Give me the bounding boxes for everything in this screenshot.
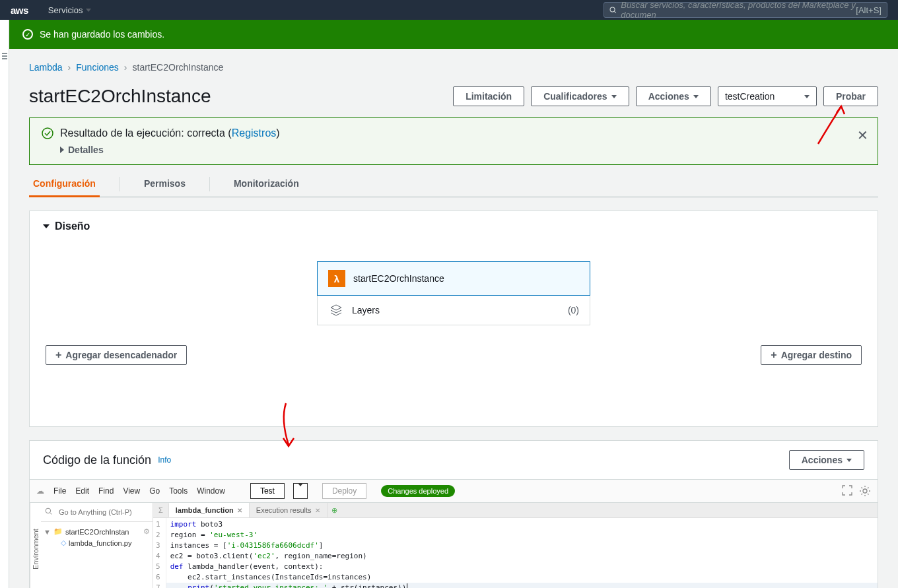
test-event-select[interactable]: testCreation bbox=[718, 86, 817, 106]
ide-menu-find[interactable]: Find bbox=[98, 486, 114, 496]
function-node[interactable]: λ startEC2OrchInstance bbox=[317, 261, 590, 296]
caret-down-icon bbox=[86, 9, 91, 12]
svg-point-3 bbox=[863, 489, 867, 493]
info-link[interactable]: Info bbox=[158, 455, 171, 465]
goto-anything-input[interactable] bbox=[56, 504, 153, 520]
ide-menu-view[interactable]: View bbox=[123, 486, 140, 496]
ide-menu-edit[interactable]: Edit bbox=[75, 486, 89, 496]
code-acciones-button[interactable]: Acciones bbox=[789, 450, 864, 470]
page-title: startEC2OrchInstance bbox=[29, 86, 211, 107]
folder-icon: 📁 bbox=[53, 527, 63, 536]
layers-label: Layers bbox=[352, 305, 380, 315]
ide-test-button[interactable]: Test bbox=[250, 483, 285, 499]
file-explorer: ▼ 📁 startEC2OrchInstan ⚙ ◇ lambda_functi… bbox=[41, 503, 153, 588]
triangle-right-icon bbox=[60, 147, 64, 153]
ide-menu-file[interactable]: File bbox=[53, 486, 66, 496]
add-destination-button[interactable]: +Agregar destino bbox=[761, 345, 862, 365]
tab-permisos[interactable]: Permisos bbox=[140, 172, 190, 197]
chevron-right-icon: › bbox=[68, 62, 71, 73]
caret-down-icon bbox=[611, 95, 617, 98]
plus-icon: + bbox=[771, 350, 777, 360]
svg-point-0 bbox=[610, 7, 615, 11]
code-content[interactable]: import boto3region = 'eu-west-3'instance… bbox=[166, 518, 878, 588]
success-check-icon bbox=[42, 127, 53, 141]
add-trigger-button[interactable]: +Agregar desencadenador bbox=[46, 345, 187, 365]
function-tabs: Configuración Permisos Monitorización bbox=[29, 172, 878, 197]
triangle-down-icon bbox=[43, 224, 50, 228]
layers-count: (0) bbox=[568, 305, 579, 315]
tab-configuracion[interactable]: Configuración bbox=[29, 172, 100, 197]
svg-line-5 bbox=[50, 513, 52, 515]
close-icon[interactable]: ✕ bbox=[237, 507, 242, 514]
top-nav: aws Servicios Buscar servicios, caracter… bbox=[0, 0, 898, 20]
sigma-icon[interactable]: Σ bbox=[153, 504, 169, 517]
limitacion-button[interactable]: Limitación bbox=[453, 86, 524, 106]
global-search[interactable]: Buscar servicios, características, produ… bbox=[604, 2, 887, 18]
code-panel-title: Código de la función bbox=[43, 453, 151, 467]
chevron-right-icon: › bbox=[124, 62, 127, 73]
registros-link[interactable]: Registros bbox=[232, 127, 277, 139]
code-editor[interactable]: 12345678 import boto3region = 'eu-west-3… bbox=[153, 518, 878, 588]
ide-menu-go[interactable]: Go bbox=[149, 486, 160, 496]
ide-deploy-button[interactable]: Deploy bbox=[322, 483, 366, 499]
close-icon[interactable]: ✕ bbox=[857, 127, 868, 143]
details-toggle[interactable]: Detalles bbox=[60, 145, 845, 155]
svg-point-4 bbox=[46, 508, 51, 513]
caret-down-icon bbox=[804, 95, 810, 98]
close-icon[interactable]: ✕ bbox=[315, 507, 320, 514]
tree-file[interactable]: ◇ lambda_function.py bbox=[44, 537, 150, 548]
search-placeholder: Buscar servicios, características, produ… bbox=[621, 0, 856, 20]
layers-node[interactable]: Layers (0) bbox=[317, 296, 590, 325]
layers-icon bbox=[328, 302, 344, 318]
line-gutter: 12345678 bbox=[153, 518, 166, 588]
cualificadores-button[interactable]: Cualificadores bbox=[531, 86, 629, 106]
fullscreen-icon[interactable] bbox=[842, 485, 852, 496]
editor-tab-main[interactable]: lambda_function✕ bbox=[169, 503, 250, 517]
code-panel: Código de la función Info Acciones ☁ Fil… bbox=[29, 440, 878, 588]
editor-tabs: Σ lambda_function✕ Execution results✕ ⊕ bbox=[153, 503, 878, 518]
aws-logo[interactable]: aws bbox=[11, 5, 28, 16]
changes-deployed-badge: Changes deployed bbox=[381, 485, 455, 497]
caret-down-icon bbox=[693, 95, 699, 98]
caret-down-icon bbox=[846, 459, 852, 462]
editor-tab-results[interactable]: Execution results✕ bbox=[250, 503, 328, 517]
acciones-button[interactable]: Acciones bbox=[636, 86, 711, 106]
ide-toolbar: ☁ File Edit Find View Go Tools Window Te… bbox=[30, 479, 878, 503]
function-name-label: startEC2OrchInstance bbox=[353, 273, 444, 284]
svg-point-2 bbox=[42, 128, 53, 139]
environment-tab[interactable]: Environment bbox=[30, 503, 41, 588]
designer-panel: Diseño λ startEC2OrchInstance Layers (0)… bbox=[29, 211, 878, 427]
ide-test-dropdown[interactable] bbox=[293, 483, 308, 499]
sidebar-handle[interactable] bbox=[0, 20, 9, 588]
execution-result-panel: Resultado de la ejecución: correcta (Reg… bbox=[29, 117, 878, 165]
ide-menu-window[interactable]: Window bbox=[197, 486, 225, 496]
lambda-icon: λ bbox=[328, 270, 345, 287]
breadcrumb: Lambda › Funciones › startEC2OrchInstanc… bbox=[29, 62, 878, 73]
search-icon[interactable] bbox=[41, 503, 56, 521]
caret-down-icon bbox=[298, 483, 303, 496]
breadcrumb-lambda[interactable]: Lambda bbox=[29, 62, 63, 73]
execution-result-message: Resultado de la ejecución: correcta (Reg… bbox=[60, 127, 845, 139]
success-banner: ✓ Se han guardado los cambios. bbox=[9, 20, 898, 49]
services-menu[interactable]: Servicios bbox=[48, 5, 91, 15]
ide-menu-tools[interactable]: Tools bbox=[169, 486, 188, 496]
banner-message: Se han guardado los cambios. bbox=[40, 29, 164, 40]
gear-icon[interactable]: ⚙ bbox=[143, 527, 150, 536]
plus-icon: + bbox=[55, 350, 61, 360]
new-tab-button[interactable]: ⊕ bbox=[328, 504, 341, 517]
gear-icon[interactable] bbox=[859, 485, 871, 497]
tree-folder[interactable]: ▼ 📁 startEC2OrchInstan ⚙ bbox=[44, 526, 150, 537]
probar-button[interactable]: Probar bbox=[823, 86, 878, 106]
breadcrumb-funciones[interactable]: Funciones bbox=[76, 62, 119, 73]
file-icon: ◇ bbox=[61, 539, 66, 547]
search-icon bbox=[609, 6, 617, 15]
check-circle-icon: ✓ bbox=[22, 29, 33, 40]
cloud-icon: ☁ bbox=[36, 486, 44, 496]
search-shortcut: [Alt+S] bbox=[856, 5, 881, 15]
designer-header[interactable]: Diseño bbox=[30, 211, 878, 242]
tab-monitorizacion[interactable]: Monitorización bbox=[230, 172, 303, 197]
breadcrumb-current: startEC2OrchInstance bbox=[133, 62, 224, 73]
svg-line-1 bbox=[614, 11, 615, 13]
services-label: Servicios bbox=[48, 5, 83, 15]
